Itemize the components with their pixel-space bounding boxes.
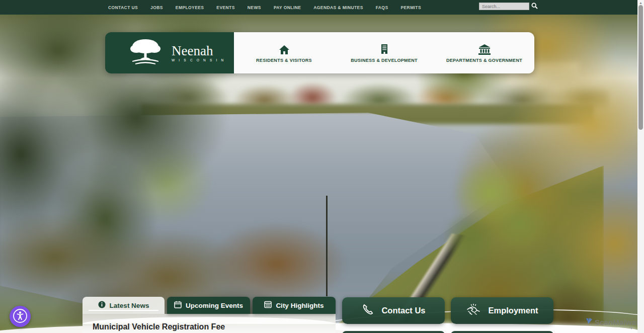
tab-latest-news[interactable]: Latest News [83,297,165,314]
nav-residents-visitors[interactable]: RESIDENTS & VISITORS [234,43,334,63]
main-header: Neenah W I S C O N S I N RESIDENTS & VIS… [105,32,534,73]
tab-city-highlights[interactable]: City Highlights [253,297,336,314]
primary-nav: RESIDENTS & VISITORS BUSINESS & DEVELOPM… [234,32,534,73]
nav-employees[interactable]: EMPLOYEES [176,5,204,10]
scrollbar-thumb[interactable] [638,5,643,130]
site-logo[interactable]: Neenah W I S C O N S I N [105,32,234,73]
nav-news[interactable]: NEWS [248,5,261,10]
accessibility-widget-button[interactable] [10,306,31,327]
utility-links: CONTACT US JOBS EMPLOYEES EVENTS NEWS PA… [108,5,421,10]
logo-city-name: Neenah [172,44,225,57]
nav-item-label: BUSINESS & DEVELOPMENT [351,58,418,63]
logo-state-name: W I S C O N S I N [172,58,225,62]
home-icon [278,44,290,55]
nav-item-label: RESIDENTS & VISITORS [256,58,312,63]
news-article-title[interactable]: Municipal Vehicle Registration Fee [93,322,225,331]
tab-label: City Highlights [276,302,324,309]
quick-button-partial-left[interactable] [342,331,445,333]
nav-agendas-minutes[interactable]: AGENDAS & MINUTES [313,5,363,10]
phone-icon [361,303,374,318]
search-button[interactable] [530,3,538,11]
tab-label: Latest News [110,302,149,309]
contact-us-button[interactable]: Contact Us [342,297,445,324]
button-label: Employment [488,306,538,315]
search-icon [531,3,538,11]
nav-business-development[interactable]: BUSINESS & DEVELOPMENT [334,43,434,63]
quick-button-partial-right[interactable] [451,331,553,333]
calendar-icon [174,301,182,310]
caret-down-icon: ▼ [629,326,633,330]
list-icon [264,301,272,310]
watermark-text: ScanMalware [595,318,643,326]
tab-upcoming-events[interactable]: Upcoming Events [167,297,250,314]
scanmalware-logo-icon [585,317,593,327]
employment-button[interactable]: Employment [451,297,553,324]
nav-item-label: DEPARTMENTS & GOVERNMENT [446,58,522,63]
tab-label: Upcoming Events [186,302,243,309]
latest-news-panel: Municipal Vehicle Registration Fee [83,314,336,333]
page: CONTACT US JOBS EMPLOYEES EVENTS NEWS PA… [0,0,644,333]
tree-logo-icon [125,38,167,68]
handshake-icon [466,303,481,318]
utility-navbar: CONTACT US JOBS EMPLOYEES EVENTS NEWS PA… [0,0,637,15]
search-bar [479,2,538,11]
hero-green-tree [428,140,569,291]
scanmalware-watermark: ScanMalware [585,317,643,327]
search-input[interactable] [479,3,529,10]
nav-faqs[interactable]: FAQS [376,5,388,10]
logo-wordmark: Neenah W I S C O N S I N [172,44,225,62]
nav-contact-us[interactable]: CONTACT US [108,5,138,10]
page-scrollbar[interactable]: ▲ [637,0,644,333]
nav-events[interactable]: EVENTS [216,5,234,10]
nav-departments-government[interactable]: DEPARTMENTS & GOVERNMENT [434,43,534,63]
bank-icon [478,44,491,55]
building-icon [378,44,390,55]
accessibility-icon [12,308,28,325]
nav-jobs[interactable]: JOBS [150,5,163,10]
nav-permits[interactable]: PERMITS [400,5,421,10]
hero-lamp-post [326,196,328,296]
button-label: Contact Us [381,306,425,315]
nav-pay-online[interactable]: PAY ONLINE [274,5,301,10]
info-icon [98,301,106,310]
